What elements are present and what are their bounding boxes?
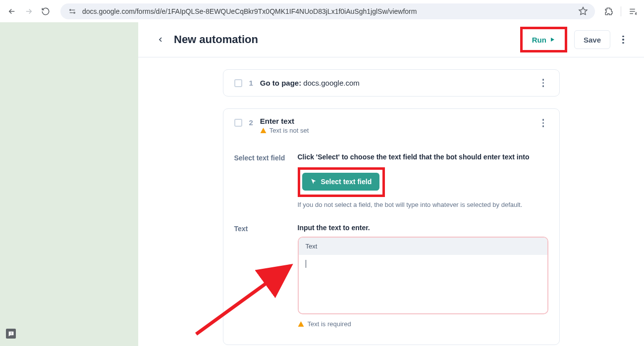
step-2-title: Enter text <box>260 117 309 125</box>
step-2-more-icon[interactable] <box>538 119 548 127</box>
text-required-text: Text is required <box>308 320 351 328</box>
address-bar[interactable]: docs.google.com/forms/d/e/1FAIpQLSe-8EWQ… <box>60 3 595 19</box>
url-text: docs.google.com/forms/d/e/1FAIpQLSe-8EWQ… <box>82 7 573 15</box>
select-text-field-button[interactable]: Select text field <box>302 173 380 191</box>
step-1-number: 1 <box>249 79 253 87</box>
step-2-number: 2 <box>249 118 253 127</box>
select-field-hint: If you do not select a field, the bot wi… <box>298 200 548 210</box>
music-playlist-icon[interactable] <box>628 6 638 16</box>
step-1-more-icon[interactable] <box>538 79 548 87</box>
svg-rect-3 <box>10 334 11 334</box>
text-required-warning: Text is required <box>298 320 548 328</box>
bookmark-star-icon[interactable] <box>578 6 588 16</box>
run-label: Run <box>532 36 546 44</box>
page-title: New automation <box>174 33 258 46</box>
text-cursor <box>304 256 306 269</box>
svg-point-1 <box>74 12 75 13</box>
browser-toolbar: docs.google.com/forms/d/e/1FAIpQLSe-8EWQ… <box>0 0 644 22</box>
steps-list: 1 Go to page: docs.google.com 2 Enter te… <box>138 57 644 345</box>
page-back-button[interactable] <box>153 32 168 47</box>
step-1-title: Go to page: docs.google.com <box>260 79 360 87</box>
main-area: New automation Run Save <box>0 22 644 346</box>
select-field-label: Select text field <box>234 153 286 210</box>
svg-rect-2 <box>10 332 11 334</box>
warning-icon <box>298 321 304 327</box>
play-icon <box>549 37 555 43</box>
feedback-icon[interactable] <box>6 329 16 339</box>
step-1-checkbox[interactable] <box>234 79 242 87</box>
cursor-icon <box>310 178 317 185</box>
text-input-label: Text <box>299 238 547 255</box>
step-1-card[interactable]: 1 Go to page: docs.google.com <box>223 69 560 97</box>
forward-button[interactable] <box>23 5 35 17</box>
select-button-highlight: Select text field <box>298 167 385 197</box>
warning-icon <box>260 127 267 134</box>
run-button[interactable]: Run <box>524 31 563 49</box>
extensions-icon[interactable] <box>604 6 614 16</box>
select-field-description: Click 'Select' to choose the text field … <box>298 153 548 161</box>
step-2-checkbox[interactable] <box>234 119 242 127</box>
step-2-card: 2 Enter text Text is not set <box>223 108 560 345</box>
text-input[interactable] <box>299 255 547 312</box>
text-field-description: Input the text to enter. <box>298 224 548 232</box>
text-field-label: Text <box>234 224 286 328</box>
content-pane: New automation Run Save <box>138 22 644 346</box>
svg-point-0 <box>70 9 71 11</box>
toolbar-divider <box>621 6 621 16</box>
reload-button[interactable] <box>40 5 52 17</box>
left-panel <box>0 22 138 346</box>
step-1-title-value: docs.google.com <box>303 79 359 87</box>
back-button[interactable] <box>6 5 18 17</box>
step-1-title-prefix: Go to page: <box>260 79 304 87</box>
step-2-warning-text: Text is not set <box>269 127 309 134</box>
page-header: New automation Run Save <box>138 22 644 57</box>
site-settings-icon[interactable] <box>67 6 77 16</box>
step-2-warning: Text is not set <box>260 127 309 134</box>
select-button-label: Select text field <box>321 178 372 186</box>
text-input-container: Text <box>298 237 548 314</box>
save-button[interactable]: Save <box>574 30 610 49</box>
run-button-highlight: Run <box>520 27 567 52</box>
header-more-icon[interactable] <box>617 36 629 44</box>
